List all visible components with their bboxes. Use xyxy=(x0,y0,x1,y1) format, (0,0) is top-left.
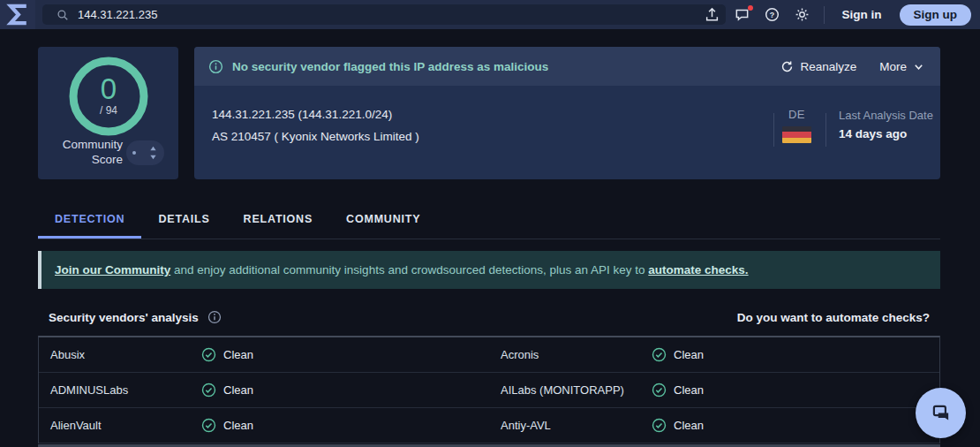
vendor-name: AILabs (MONITORAPP) xyxy=(501,383,624,397)
vendor-name: Antiy-AVL xyxy=(501,419,551,432)
virustotal-logo[interactable] xyxy=(0,0,35,29)
vendor-name: Acronis xyxy=(501,348,539,361)
tab-relations[interactable]: RELATIONS xyxy=(227,201,330,239)
banner-text: and enjoy additional community insights … xyxy=(170,263,648,277)
status-message: No security vendor flagged this IP addre… xyxy=(208,59,548,74)
verdict: Clean xyxy=(652,347,704,362)
last-analysis-block: Last Analysis Date 14 days ago xyxy=(839,109,933,140)
verdict-label: Clean xyxy=(223,419,253,432)
help-icon[interactable]: ? xyxy=(764,6,781,24)
virustotal-app: ? Sign in Sign up 0 / 94 Community Score xyxy=(0,0,980,447)
more-label: More xyxy=(879,60,907,73)
check-circle-icon xyxy=(652,418,667,433)
verdict: Clean xyxy=(652,418,704,433)
last-analysis-label: Last Analysis Date xyxy=(839,109,933,122)
verdict-label: Clean xyxy=(674,419,704,432)
report-tabs: DETECTION DETAILS RELATIONS COMMUNITY xyxy=(38,201,940,239)
community-score-label: Community Score xyxy=(45,137,123,167)
topbar-divider xyxy=(824,6,825,24)
vendors-table: Abusix Clean Acronis Clean ADMINUSLabs xyxy=(38,336,940,443)
vote-icon xyxy=(132,151,136,155)
tab-details[interactable]: DETAILS xyxy=(141,201,226,239)
top-navigation: ? Sign in Sign up xyxy=(0,0,980,29)
table-row: ADMINUSLabs Clean AILabs (MONITORAPP) Cl… xyxy=(39,373,939,408)
table-row: Abusix Clean Acronis Clean xyxy=(39,337,939,373)
automate-checks-link[interactable]: automate checks. xyxy=(648,263,748,277)
vendor-cell: Acronis Clean xyxy=(489,337,939,372)
virustotal-logo-icon xyxy=(5,3,31,27)
info-icon xyxy=(208,59,223,74)
feedback-icon[interactable] xyxy=(734,6,751,24)
analysis-status-header: No security vendor flagged this IP addre… xyxy=(194,47,940,86)
vendor-cell: AlienVault Clean xyxy=(39,408,489,443)
ip-address-line[interactable]: 144.31.221.235 (144.31.221.0/24) xyxy=(212,108,392,121)
vendors-section-header: Security vendors' analysis Do you want t… xyxy=(38,306,940,329)
vendor-cell: ADMINUSLabs Clean xyxy=(39,373,489,407)
chat-widget-button[interactable] xyxy=(916,388,966,438)
vendor-cell: Abusix Clean xyxy=(39,337,489,372)
vendor-cell: Antiy-AVL Clean xyxy=(489,408,939,443)
theme-toggle-icon[interactable] xyxy=(794,6,811,24)
header-actions: Reanalyze More xyxy=(780,47,924,86)
vote-widget[interactable] xyxy=(126,140,164,165)
reanalyze-button[interactable]: Reanalyze xyxy=(780,60,856,73)
analysis-summary-card: No security vendor flagged this IP addre… xyxy=(194,47,940,179)
check-circle-icon xyxy=(201,347,216,362)
check-circle-icon xyxy=(201,418,216,433)
check-circle-icon xyxy=(652,347,667,362)
vendor-cell: AILabs (MONITORAPP) Clean xyxy=(489,373,939,407)
community-score-card: 0 / 94 Community Score xyxy=(38,47,178,179)
vendor-name: ADMINUSLabs xyxy=(50,383,128,397)
verdict: Clean xyxy=(201,383,253,398)
vote-up-down-icon[interactable] xyxy=(148,145,158,161)
check-circle-icon xyxy=(201,383,216,398)
notification-dot xyxy=(748,5,753,11)
refresh-icon xyxy=(780,60,794,73)
verdict: Clean xyxy=(201,347,253,362)
search-bar[interactable] xyxy=(42,4,726,25)
verdict-label: Clean xyxy=(223,348,253,361)
detection-score-ring: 0 / 94 xyxy=(69,57,148,136)
engines-total: / 94 xyxy=(100,104,117,117)
detections-count: 0 xyxy=(101,76,117,102)
vendor-name: AlienVault xyxy=(50,419,102,432)
country-code: DE xyxy=(782,108,811,121)
chevron-down-icon xyxy=(913,61,924,72)
as-owner-line[interactable]: AS 210457 ( Kyonix Networks Limited ) xyxy=(212,130,419,143)
vendor-name: Abusix xyxy=(50,348,85,361)
chat-bubbles-icon xyxy=(930,402,953,425)
topbar-actions: ? Sign in Sign up xyxy=(704,0,972,29)
section-title-text: Security vendors' analysis xyxy=(49,311,199,324)
tab-detection[interactable]: DETECTION xyxy=(38,201,141,239)
section-title: Security vendors' analysis xyxy=(38,310,222,324)
verdict-label: Clean xyxy=(674,348,704,361)
automate-checks-question[interactable]: Do you want to automate checks? xyxy=(737,311,940,324)
last-analysis-value: 14 days ago xyxy=(839,127,933,140)
detail-divider xyxy=(773,113,774,147)
join-community-banner: Join our Community and enjoy additional … xyxy=(38,251,940,289)
verdict: Clean xyxy=(201,418,253,433)
upload-icon[interactable] xyxy=(704,6,721,24)
sign-up-button[interactable]: Sign up xyxy=(900,4,972,26)
info-icon[interactable] xyxy=(207,310,222,324)
verdict-label: Clean xyxy=(674,383,704,397)
table-row: AlienVault Clean Antiy-AVL Clean xyxy=(39,408,939,443)
verdict-label: Clean xyxy=(223,383,253,397)
more-menu-button[interactable]: More xyxy=(879,60,924,73)
germany-flag-icon xyxy=(782,126,811,143)
search-icon xyxy=(57,9,69,21)
country-block: DE xyxy=(782,108,811,143)
check-circle-icon xyxy=(652,383,667,398)
detail-divider xyxy=(825,113,826,147)
sign-in-link[interactable]: Sign in xyxy=(837,8,887,21)
tab-community[interactable]: COMMUNITY xyxy=(329,201,437,239)
search-input[interactable] xyxy=(78,8,678,21)
verdict: Clean xyxy=(652,383,704,398)
svg-text:?: ? xyxy=(770,11,775,19)
join-community-link[interactable]: Join our Community xyxy=(55,263,170,277)
reanalyze-label: Reanalyze xyxy=(800,60,856,73)
status-text: No security vendor flagged this IP addre… xyxy=(232,60,548,73)
